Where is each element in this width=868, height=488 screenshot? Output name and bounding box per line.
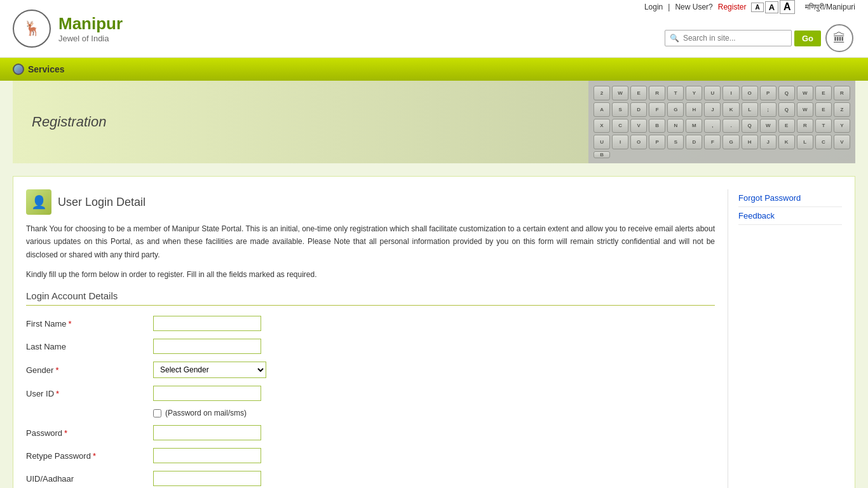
key: D: [630, 102, 647, 117]
user-id-row: User ID*: [26, 386, 715, 401]
key: R: [834, 86, 850, 100]
gender-row: Gender* Select Gender Male Female Other: [26, 362, 715, 378]
key: Q: [742, 119, 758, 133]
key: W: [797, 102, 813, 117]
key: I: [722, 86, 739, 100]
user-icon-glyph: 👤: [31, 194, 47, 210]
key: H: [742, 135, 758, 149]
language-link[interactable]: मणिपुरी/Manipuri: [805, 3, 855, 11]
uid-aadhaar-label: UID/Aadhaar: [26, 474, 153, 484]
key: I: [612, 135, 628, 149]
font-small-button[interactable]: A: [751, 3, 763, 12]
intro-paragraph: Thank You for choosing to be a member of…: [26, 222, 715, 261]
emblem-icon: 🏛: [825, 24, 853, 52]
register-link[interactable]: Register: [718, 3, 747, 11]
login-link[interactable]: Login: [644, 3, 663, 11]
key: E: [815, 86, 832, 100]
required-star: *: [55, 365, 58, 375]
user-id-input[interactable]: [153, 386, 261, 401]
emblem: 🏛: [824, 19, 855, 57]
key: P: [760, 86, 776, 100]
key: C: [612, 119, 628, 133]
retype-password-input[interactable]: [153, 448, 261, 463]
feedback-link[interactable]: Feedback: [738, 207, 842, 225]
last-name-input[interactable]: [153, 339, 261, 354]
last-name-row: Last Name: [26, 339, 715, 354]
key: W: [760, 119, 776, 133]
content-area: 👤 User Login Detail Thank You for choosi…: [26, 189, 728, 488]
key: W: [612, 86, 628, 100]
search-input[interactable]: [665, 30, 792, 46]
top-links: Login | New User? Register A A A मणिपुरी…: [644, 0, 855, 14]
gender-select[interactable]: Select Gender Male Female Other: [153, 362, 266, 378]
key: D: [686, 135, 702, 149]
header-right: Login | New User? Register A A A मणिपुरी…: [644, 0, 855, 57]
password-input[interactable]: [153, 425, 261, 440]
go-button[interactable]: Go: [794, 30, 821, 46]
key: .: [722, 119, 739, 133]
search-icon: 🔍: [670, 34, 679, 43]
search-row: 🔍 Go 🏛: [665, 19, 855, 57]
key: T: [815, 119, 832, 133]
key: F: [704, 135, 721, 149]
key: R: [649, 86, 665, 100]
key: A: [593, 102, 610, 117]
font-medium-button[interactable]: A: [765, 1, 778, 13]
key: ;: [760, 102, 776, 117]
form-section-title: Login Account Details: [26, 290, 715, 301]
key: B: [649, 119, 665, 133]
section-title: User Login Detail: [58, 196, 146, 209]
uid-aadhaar-input[interactable]: [153, 471, 261, 486]
site-subtitle: Jewel of India: [58, 34, 123, 43]
password-mail-sms-checkbox[interactable]: [153, 409, 161, 417]
required-star: *: [56, 389, 59, 398]
globe-icon: [13, 64, 24, 75]
first-name-input[interactable]: [153, 316, 261, 331]
key: G: [722, 135, 739, 149]
password-row: Password*: [26, 425, 715, 440]
key: M: [686, 119, 702, 133]
section-divider: [26, 305, 715, 306]
forgot-password-link[interactable]: Forgot Password: [738, 189, 842, 207]
uid-aadhaar-row: UID/Aadhaar: [26, 471, 715, 486]
key: Q: [778, 102, 795, 117]
key: E: [815, 102, 832, 117]
key: ,: [704, 119, 721, 133]
key: C: [815, 135, 832, 149]
user-id-label: User ID*: [26, 389, 153, 398]
font-large-button[interactable]: A: [780, 0, 795, 14]
retype-password-row: Retype Password*: [26, 448, 715, 463]
key: E: [630, 86, 647, 100]
nav-bar: Services: [0, 58, 868, 81]
key: Y: [686, 86, 702, 100]
key: S: [612, 102, 628, 117]
key: L: [742, 102, 758, 117]
key: E: [778, 119, 795, 133]
key: S: [667, 135, 684, 149]
header: 🦌 Manipur Jewel of India Login | New Use…: [0, 0, 868, 58]
services-label: Services: [28, 64, 65, 74]
key: 2: [593, 86, 610, 100]
banner: Registration 2 W E R T Y U I O P Q W E R…: [13, 81, 855, 163]
section-header: 👤 User Login Detail: [26, 189, 715, 215]
user-login-icon: 👤: [26, 189, 51, 215]
search-wrapper: 🔍: [665, 30, 792, 46]
key: O: [742, 86, 758, 100]
required-star: *: [93, 451, 96, 461]
site-branding: Manipur Jewel of India: [58, 14, 123, 43]
key: Q: [778, 86, 795, 100]
new-user-label: New User?: [675, 3, 712, 11]
key: K: [778, 135, 795, 149]
banner-keyboard: 2 W E R T Y U I O P Q W E R A S D F G H …: [588, 81, 855, 163]
font-controls: A A A: [751, 0, 794, 14]
banner-title: Registration: [32, 114, 106, 130]
services-nav-item[interactable]: Services: [13, 64, 65, 75]
key: F: [649, 102, 665, 117]
key: T: [667, 86, 684, 100]
required-star: *: [69, 319, 72, 329]
key: B: [593, 151, 610, 158]
checkbox-row: (Password on mail/sms): [153, 409, 715, 417]
key: J: [704, 102, 721, 117]
last-name-label: Last Name: [26, 342, 153, 351]
first-name-label: First Name*: [26, 319, 153, 329]
